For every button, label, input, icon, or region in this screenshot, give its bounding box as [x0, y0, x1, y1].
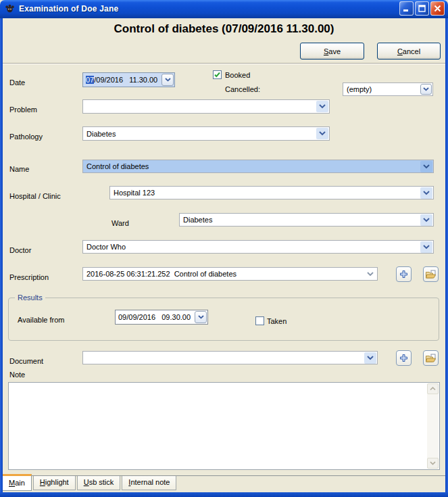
- minimize-button[interactable]: [399, 1, 414, 16]
- prescription-value: 2016-08-25 06:31:21.252 Control of diabe…: [83, 270, 364, 278]
- open-folder-icon: [425, 270, 437, 279]
- paw-icon: [5, 3, 15, 14]
- cancelled-dropdown-button[interactable]: [420, 84, 432, 95]
- note-input[interactable]: [8, 382, 440, 470]
- document-open-button[interactable]: [423, 350, 439, 366]
- chevron-down-icon[interactable]: [420, 187, 432, 199]
- window-title: Examination of Doe Jane: [19, 4, 399, 14]
- scroll-down-icon: [430, 461, 436, 465]
- chevron-down-icon[interactable]: [420, 161, 432, 172]
- cancel-button[interactable]: Cancel: [377, 43, 441, 60]
- scroll-down-button[interactable]: [427, 458, 439, 469]
- name-label: Name: [9, 165, 29, 173]
- header-separator: [3, 63, 445, 64]
- close-button[interactable]: [430, 1, 445, 16]
- bottom-tab-bar: Main Highlight Usb stick Internal note: [0, 475, 448, 493]
- date-value-selected: 07: [86, 76, 94, 84]
- window-border-right: [445, 14, 448, 497]
- cancelled-combobox[interactable]: (empty): [343, 82, 433, 96]
- note-scrollbar[interactable]: [427, 383, 439, 469]
- document-add-button[interactable]: [396, 350, 412, 366]
- chevron-down-icon[interactable]: [316, 128, 328, 139]
- open-folder-icon: [425, 354, 437, 363]
- window-border-left: [0, 14, 3, 497]
- doctor-value: Doctor Who: [83, 243, 420, 251]
- chevron-down-icon[interactable]: [364, 352, 376, 364]
- doctor-label: Doctor: [9, 246, 31, 254]
- examination-window: Examination of Doe Jane Control of diabe…: [0, 0, 448, 497]
- cancelled-label: Cancelled:: [225, 85, 260, 93]
- pathology-value: Diabetes: [83, 130, 316, 138]
- ward-value: Diabetes: [180, 216, 420, 224]
- prescription-label: Prescription: [9, 273, 49, 281]
- taken-checkbox[interactable]: [255, 316, 264, 325]
- chevron-down-icon: [198, 315, 204, 319]
- tab-main[interactable]: Main: [2, 474, 32, 491]
- name-combobox[interactable]: Control of diabetes: [82, 160, 434, 173]
- scroll-up-button[interactable]: [427, 383, 439, 394]
- doctor-combobox[interactable]: Doctor Who: [82, 240, 434, 254]
- tab-highlight[interactable]: Highlight: [33, 476, 76, 490]
- tab-main-label: Main: [9, 479, 25, 487]
- plus-icon: [399, 354, 408, 362]
- results-legend: Results: [15, 293, 45, 302]
- chevron-down-icon[interactable]: [364, 268, 376, 280]
- save-button[interactable]: Save: [300, 43, 364, 60]
- plus-icon: [399, 270, 408, 279]
- maximize-icon: [418, 5, 426, 12]
- pathology-combobox[interactable]: Diabetes: [82, 126, 330, 141]
- hospital-clinic-label: Hospital / Clinic: [9, 192, 61, 200]
- date-label: Date: [9, 78, 25, 87]
- hospital-clinic-combobox[interactable]: Hospital 123: [109, 186, 434, 199]
- tab-usb-stick-label: Usb stick: [84, 478, 114, 486]
- tab-internal-note[interactable]: Internal note: [122, 476, 176, 490]
- problem-label: Problem: [9, 105, 37, 114]
- minimize-icon: [403, 5, 410, 12]
- window-border-bottom: [0, 492, 448, 497]
- ward-combobox[interactable]: Diabetes: [179, 213, 434, 227]
- booked-checkbox[interactable]: [213, 70, 222, 79]
- booked-label: Booked: [225, 71, 250, 79]
- chevron-down-icon[interactable]: [420, 214, 432, 226]
- chevron-down-icon: [423, 87, 429, 91]
- pathology-label: Pathology: [9, 133, 43, 141]
- note-label: Note: [9, 371, 25, 379]
- tab-usb-stick[interactable]: Usb stick: [77, 476, 121, 490]
- available-from-input[interactable]: 09/09/2016 09.30.00: [115, 310, 208, 325]
- date-dropdown-button[interactable]: [161, 74, 174, 86]
- document-label: Document: [9, 357, 43, 365]
- prescription-combobox[interactable]: 2016-08-25 06:31:21.252 Control of diabe…: [82, 267, 378, 281]
- prescription-add-button[interactable]: [396, 266, 412, 282]
- name-value: Control of diabetes: [83, 162, 420, 170]
- chevron-down-icon[interactable]: [316, 101, 328, 112]
- taken-label: Taken: [267, 317, 287, 325]
- scroll-up-icon: [430, 387, 436, 391]
- tab-internal-note-label: Internal note: [128, 478, 170, 486]
- titlebar[interactable]: Examination of Doe Jane: [0, 0, 448, 18]
- maximize-button[interactable]: [415, 1, 429, 16]
- prescription-open-button[interactable]: [423, 266, 439, 282]
- ward-label: Ward: [111, 219, 129, 227]
- check-icon: [214, 71, 221, 78]
- available-from-value: 09/09/2016 09.30.00: [118, 313, 191, 321]
- chevron-down-icon[interactable]: [420, 241, 432, 253]
- tab-highlight-label: Highlight: [40, 478, 69, 486]
- document-combobox[interactable]: [82, 351, 378, 364]
- problem-combobox[interactable]: [82, 99, 330, 114]
- date-input[interactable]: 07/09/2016 11.30.00: [82, 72, 175, 87]
- cancelled-value: (empty): [343, 85, 420, 93]
- date-value: /09/2016 11.30.00: [94, 76, 157, 84]
- results-groupbox: Results: [8, 298, 439, 341]
- close-icon: [434, 5, 441, 12]
- hospital-clinic-value: Hospital 123: [110, 189, 420, 197]
- page-title: Control of diabetes (07/09/2016 11.30.00…: [7, 22, 441, 36]
- chevron-down-icon: [165, 78, 171, 82]
- available-from-dropdown-button[interactable]: [195, 311, 207, 323]
- available-from-label: Available from: [18, 316, 65, 324]
